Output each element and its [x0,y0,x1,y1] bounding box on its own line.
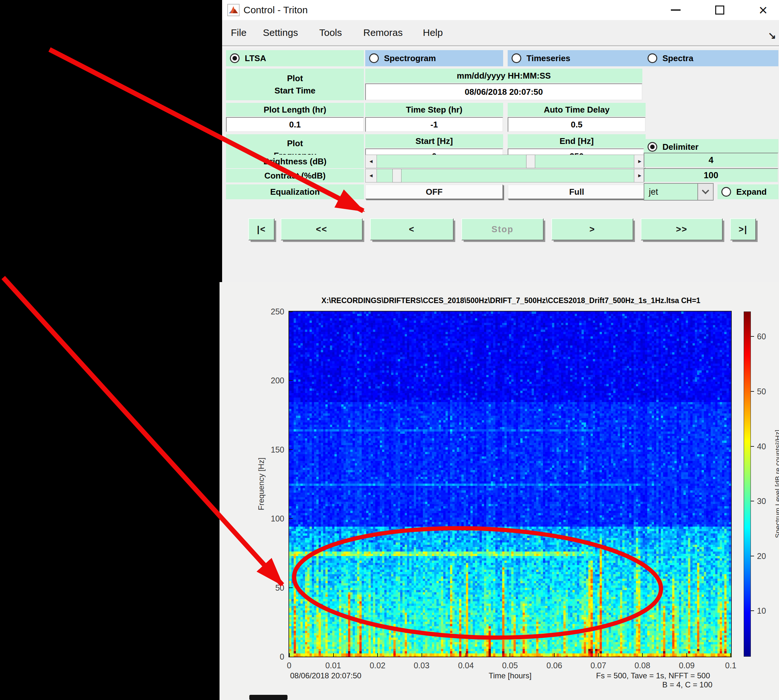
equalization-full-button[interactable]: Full [508,184,645,199]
menu-settings[interactable]: Settings [263,20,298,45]
y-tick-250: 250 [249,307,284,317]
menu-tools[interactable]: Tools [319,20,342,45]
x-tick: 0.01 [315,660,351,670]
expand-radio-icon [721,187,731,197]
radio-spectrogram-label: Spectrogram [384,53,436,63]
dock-arrow-icon[interactable]: ↘ [768,30,776,41]
plot-label-2: Plot [287,137,303,150]
menu-bar: File Settings Tools Remoras Help [222,20,779,45]
ltsa-plot-canvas[interactable] [289,312,731,657]
time-step-header: Time Step (hr) [365,103,503,117]
y-tick-150: 150 [249,445,284,455]
close-button[interactable]: × [754,1,772,19]
contrast-slider-left-arrow[interactable]: ◄ [365,169,377,182]
y-tick-0: 0 [249,652,284,662]
x-tickmark [730,653,731,657]
colorbar-tickmark [751,610,754,611]
x-tick: 0.02 [360,660,395,670]
x-tickmark [554,653,555,657]
background-window-fragment [249,695,288,700]
plot-title: X:\RECORDINGS\DRIFTERS\CCES_2018\500Hz\D… [258,296,764,305]
y-tick-50: 50 [249,583,284,593]
colorbar-tickmark [751,501,754,502]
maximize-button[interactable] [710,1,729,19]
x-tick: 0.07 [580,660,616,670]
contrast-slider-track[interactable] [377,169,634,182]
radio-spectra[interactable]: Spectra [644,50,778,66]
menu-help[interactable]: Help [423,20,443,45]
radio-ltsa[interactable]: LTSA [226,50,364,66]
radio-spectra-label: Spectra [662,53,693,63]
x-tick: 0.05 [492,660,528,670]
contrast-label: Contrast (%dB) [226,169,364,182]
nav-fast-forward-button[interactable]: >> [641,218,723,240]
plot-label: Plot [287,72,303,85]
y-tickmark [289,380,293,381]
contrast-value[interactable]: 100 [644,168,778,182]
brightness-slider-left-arrow[interactable]: ◄ [365,155,377,168]
y-tickmark [289,518,293,519]
x-tickmark [377,653,378,657]
radio-timeseries[interactable]: Timeseries [508,50,645,66]
expand-radio[interactable]: Expand [717,184,778,199]
nav-last-button[interactable]: >| [730,218,756,240]
plot-start-time-label: Plot Start Time [226,68,364,100]
y-tick-200: 200 [249,375,284,385]
radio-spectrogram[interactable]: Spectrogram [365,50,503,66]
x-tick: 0.04 [448,660,484,670]
nav-first-button[interactable]: |< [248,218,274,240]
nav-back-button[interactable]: < [370,218,454,240]
x-tickmark [686,653,687,657]
colorbar [744,312,751,657]
delimiter-label: Delimiter [662,142,699,152]
x-tickmark [333,653,334,657]
brightness-value[interactable]: 4 [644,153,778,168]
contrast-slider[interactable]: ◄ ► [365,169,645,182]
menu-separator [222,45,779,47]
x-tickmark [642,653,643,657]
title-bar: Control - Triton × [222,0,779,20]
x-tick: 0.1 [713,660,749,670]
auto-time-delay-input[interactable]: 0.5 [508,117,645,132]
ltsa-figure-window: X:\RECORDINGS\DRIFTERS\CCES_2018\500Hz\D… [219,282,779,700]
control-window: Control - Triton × File Settings Tools R… [222,0,779,282]
brightness-slider-track[interactable] [377,155,634,168]
y-tick-100: 100 [249,514,284,523]
brightness-slider-thumb[interactable] [526,155,535,168]
x-tick: 0.06 [537,660,572,670]
colormap-dropdown[interactable]: jet [644,183,714,200]
window-title: Control - Triton [244,0,308,20]
equalization-label: Equalization [226,184,364,199]
x-tick: 0.09 [669,660,705,670]
delimiter-radio[interactable]: Delimiter [644,139,778,155]
start-hz-header: Start [Hz] [365,134,503,148]
ltsa-plot-area[interactable] [289,311,732,657]
time-step-input[interactable]: -1 [365,117,503,132]
plot-length-input[interactable]: 0.1 [226,117,364,132]
acquisition-info-line2: B = 4, C = 100 [623,680,752,689]
maximize-icon [715,5,724,15]
nav-stop-button[interactable]: Stop [461,218,543,240]
contrast-slider-thumb[interactable] [393,169,401,182]
colormap-dropdown-button[interactable] [697,183,714,200]
nav-fast-back-button[interactable]: << [281,218,363,240]
brightness-slider[interactable]: ◄ ► [365,155,645,168]
minimize-button[interactable] [666,1,685,19]
colorbar-axis-label: Spectrum Level [dB re counts²/Hz] [774,393,779,575]
y-axis-label: Frequency [Hz] [257,434,266,534]
x-tickmark [510,653,510,657]
colormap-value: jet [644,183,697,200]
start-time-input[interactable]: 08/06/2018 20:07:50 [365,83,642,100]
nav-forward-button[interactable]: > [552,218,633,240]
equalization-off-button[interactable]: OFF [365,184,503,199]
x-tickmark [289,653,290,657]
menu-remoras[interactable]: Remoras [363,20,403,45]
radio-ltsa-icon [230,53,240,63]
colorbar-tickmark [751,336,754,337]
x-tickmark [598,653,598,657]
menu-file[interactable]: File [231,20,246,45]
start-time-label: Start Time [274,85,316,97]
plot-length-header: Plot Length (hr) [226,103,364,117]
chevron-down-icon [702,187,709,194]
colorbar-tickmark [751,556,754,557]
